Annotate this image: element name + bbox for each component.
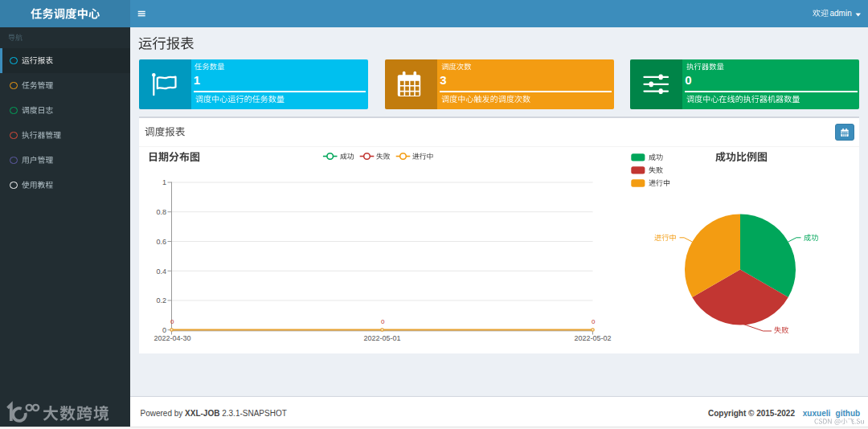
svg-text:2022-04-30: 2022-04-30 — [154, 334, 190, 342]
svg-text:0: 0 — [592, 318, 596, 325]
svg-text:0: 0 — [381, 318, 385, 325]
svg-text:2022-05-02: 2022-05-02 — [574, 334, 611, 342]
svg-text:0: 0 — [162, 326, 166, 334]
svg-text:0.6: 0.6 — [156, 238, 166, 246]
svg-text:0.8: 0.8 — [156, 208, 166, 216]
svg-text:0.2: 0.2 — [156, 296, 166, 304]
svg-text:0.4: 0.4 — [156, 268, 166, 276]
svg-text:Powered by XXL-JOB 2.3.1-SNAPS: Powered by XXL-JOB 2.3.1-SNAPSHOT — [141, 409, 287, 418]
svg-text:2022-05-01: 2022-05-01 — [363, 334, 400, 342]
svg-text:xuxueli: xuxueli — [803, 409, 831, 418]
svg-text:0: 0 — [170, 318, 174, 325]
svg-text:admin: admin — [830, 9, 852, 18]
svg-text:Copyright © 2015-2022: Copyright © 2015-2022 — [708, 409, 795, 418]
svg-text:github: github — [836, 409, 861, 418]
svg-text:1: 1 — [162, 178, 166, 186]
